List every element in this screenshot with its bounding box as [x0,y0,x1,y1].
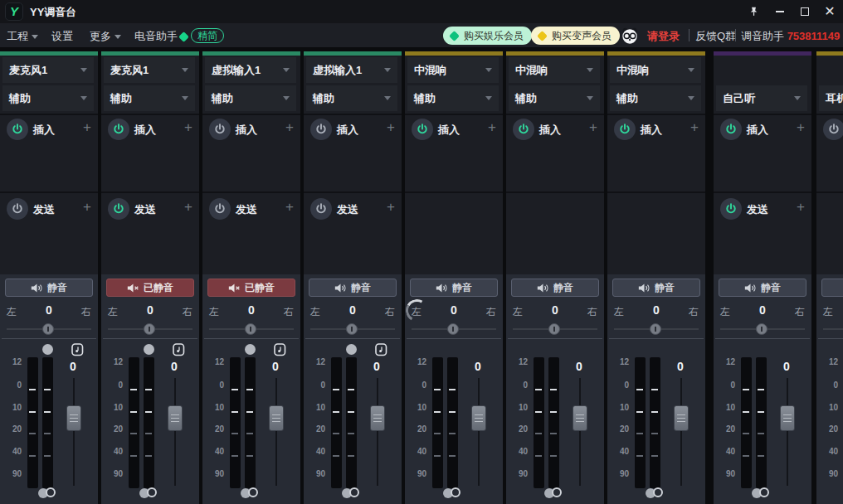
send-power-button[interactable] [7,198,28,220]
insert-power-button[interactable] [108,119,129,140]
menu-project[interactable]: 工程 [7,29,38,44]
stereo-link-toggle-ring[interactable] [653,487,663,497]
aux-select[interactable]: 辅助 [306,85,397,111]
mute-button[interactable]: 静音 [612,279,700,297]
add-insert-button[interactable]: + [387,119,395,136]
fader-knob[interactable] [780,405,795,431]
pan-slider-knob[interactable] [245,323,256,335]
channel-source-select[interactable]: 麦克风1 [2,57,94,83]
channel-source-select[interactable]: 中混响 [509,57,600,83]
fader-track[interactable] [275,378,277,486]
send-power-button[interactable] [209,198,231,220]
menu-more[interactable]: 更多 [90,29,121,44]
fader-knob[interactable] [168,405,183,431]
stereo-link-toggle-ring[interactable] [147,487,157,497]
lite-mode-badge[interactable]: 精简 [191,28,224,43]
pan-slider-knob[interactable] [650,323,661,335]
feedback-qq-group-link[interactable]: 反馈Q群 [695,29,736,44]
pan-slider-knob[interactable] [756,323,767,335]
stereo-link-toggle-ring[interactable] [248,487,258,497]
fader-knob[interactable] [269,405,284,431]
pan-slider-knob[interactable] [548,323,560,335]
add-insert-button[interactable]: + [285,119,294,136]
metronome-note-icon[interactable] [71,343,84,360]
aux-select[interactable]: 辅助 [2,85,94,111]
panda-icon[interactable] [621,27,639,48]
add-insert-button[interactable]: + [83,119,91,136]
fader-knob[interactable] [370,405,385,431]
mute-button[interactable]: 已静音 [207,279,295,297]
stereo-link-toggle-ring[interactable] [552,487,562,497]
channel-source-select[interactable]: 中混响 [610,57,701,83]
fader-track[interactable] [377,378,378,486]
fader-knob[interactable] [66,405,81,431]
add-insert-button[interactable]: + [797,119,805,136]
login-link[interactable]: 请登录 [647,29,680,44]
channel-source-select[interactable]: 自己听 [716,85,807,111]
pan-slider-track[interactable] [823,328,843,330]
metronome-note-icon[interactable] [375,343,387,360]
fader-knob[interactable] [471,405,486,431]
send-power-button[interactable] [720,198,742,220]
add-send-button[interactable]: + [387,199,395,216]
minimize-button[interactable] [772,4,788,19]
buy-voice-member-button[interactable]: 购买变声会员 [531,27,620,45]
aux-select[interactable]: 辅助 [407,85,499,111]
aux-select[interactable]: 辅助 [104,85,195,111]
insert-power-button[interactable] [7,119,28,140]
insert-power-button[interactable] [614,119,636,140]
insert-power-button[interactable] [412,119,433,140]
add-insert-button[interactable]: + [488,119,496,136]
pan-slider-knob[interactable] [447,323,459,335]
fader-knob[interactable] [573,405,587,431]
stereo-link-toggle-ring[interactable] [46,487,56,497]
menu-edm-assistant[interactable]: 电音助手 [134,29,190,44]
fader-track[interactable] [174,378,176,486]
menu-settings[interactable]: 设置 [51,29,73,44]
metronome-note-icon[interactable] [274,343,286,360]
fader-track[interactable] [787,378,788,486]
aux-select[interactable]: 辅助 [205,85,296,111]
send-power-button[interactable] [108,198,129,220]
assistant-qq-number[interactable]: 调音助手 753811149 [741,29,840,44]
metronome-note-icon[interactable] [173,343,185,360]
insert-power-button[interactable] [720,119,742,140]
fader-track[interactable] [73,378,75,486]
add-insert-button[interactable]: + [589,119,597,136]
mute-button[interactable]: 静音 [410,279,498,297]
fader-track[interactable] [579,378,581,486]
pan-slider-knob[interactable] [144,323,155,335]
mute-button[interactable]: 已静音 [106,279,194,297]
add-insert-button[interactable]: + [690,119,699,136]
add-insert-button[interactable]: + [184,119,192,136]
close-button[interactable]: ✕ [821,4,838,19]
add-send-button[interactable]: + [83,199,91,216]
insert-power-button[interactable] [823,119,843,140]
channel-source-select[interactable]: 虚拟输入1 [205,57,296,83]
channel-source-select[interactable]: 耳机 [819,85,843,111]
aux-select[interactable]: 辅助 [509,85,600,111]
aux-select[interactable]: 辅助 [610,85,701,111]
mute-button[interactable]: 静音 [511,279,599,297]
add-send-button[interactable]: + [184,199,192,216]
buy-entertainment-member-button[interactable]: 购买娱乐会员 [443,27,532,45]
channel-source-select[interactable]: 虚拟输入1 [306,57,397,83]
insert-power-button[interactable] [310,119,332,140]
pan-slider-knob[interactable] [346,323,358,335]
pan-slider-knob[interactable] [42,323,54,335]
mute-button[interactable]: 静音 [719,279,806,297]
fader-track[interactable] [478,378,480,486]
mute-button[interactable]: 静音 [309,279,397,297]
channel-source-select[interactable]: 麦克风1 [104,57,195,83]
channel-source-select[interactable]: 中混响 [407,57,499,83]
stereo-link-toggle-ring[interactable] [759,487,769,497]
fader-track[interactable] [680,378,682,486]
mute-button[interactable]: 静音 [821,279,843,297]
insert-power-button[interactable] [513,119,534,140]
stereo-link-toggle-ring[interactable] [451,487,460,497]
maximize-button[interactable] [797,4,813,19]
insert-power-button[interactable] [209,119,231,140]
send-power-button[interactable] [310,198,332,220]
add-send-button[interactable]: + [285,199,294,216]
fader-knob[interactable] [674,405,689,431]
